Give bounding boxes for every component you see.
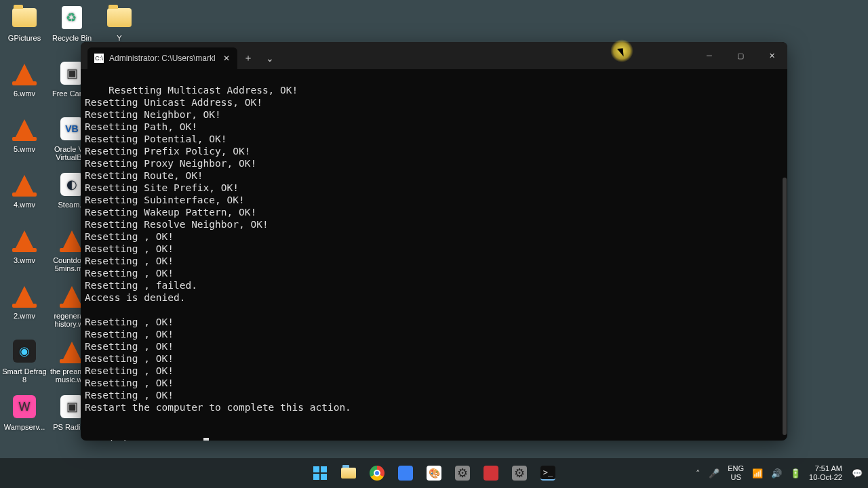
- desktop-icon-label: 3.wmv: [14, 256, 35, 264]
- language-indicator[interactable]: ENG US: [728, 464, 744, 482]
- desktop-icon-label: Recycle Bin: [52, 34, 92, 42]
- desktop-icon-gpictures[interactable]: GPictures: [1, 4, 47, 42]
- new-tab-button[interactable]: ＋: [237, 47, 259, 69]
- desktop-icon-label: 4.wmv: [14, 201, 35, 209]
- recycle-bin-icon: [62, 6, 82, 29]
- window-controls: ─ ▢ ✕: [694, 42, 787, 69]
- terminal-window: C:\ Administrator: C:\Users\markl ✕ ＋ ⌄ …: [81, 42, 787, 441]
- vlc-icon: [62, 342, 81, 361]
- taskbar-paint[interactable]: [422, 461, 446, 485]
- desktop-icon-3-wmv[interactable]: 3.wmv: [1, 226, 47, 264]
- desktop-icon-label: 2.wmv: [14, 312, 35, 320]
- app-icon: ▣: [60, 62, 83, 85]
- desktop-icon-6-wmv[interactable]: 6.wmv: [1, 60, 47, 98]
- desktop-icon-wampserv-[interactable]: WWampserv...: [1, 393, 47, 431]
- desktop-icon-4-wmv[interactable]: 4.wmv: [1, 171, 47, 209]
- clock[interactable]: 7:51 AM 10-Oct-22: [809, 464, 844, 482]
- tab-title: Administrator: C:\Users\markl: [109, 54, 216, 63]
- taskbar-chrome[interactable]: [365, 461, 389, 485]
- taskbar-app-blue[interactable]: [393, 461, 418, 485]
- close-button[interactable]: ✕: [756, 42, 787, 69]
- vlc-icon: [15, 175, 34, 194]
- tab-dropdown-button[interactable]: ⌄: [259, 47, 281, 69]
- vlc-icon: [15, 286, 34, 305]
- wamp-icon: W: [13, 395, 36, 418]
- desktop-icon-smart-defrag-8[interactable]: ◉Smart Defrag 8: [1, 338, 47, 384]
- vlc-icon: [62, 230, 81, 249]
- taskbar-center: ⚙ ⚙ >_: [308, 461, 560, 485]
- desktop-icon-label: 6.wmv: [14, 89, 35, 98]
- maximize-button[interactable]: ▢: [725, 42, 756, 69]
- cmd-icon: C:\: [94, 54, 104, 63]
- taskbar-settings[interactable]: ⚙: [450, 461, 475, 485]
- microphone-icon[interactable]: 🎤: [709, 468, 719, 479]
- app-icon: ◉: [13, 340, 36, 363]
- taskbar-app-red[interactable]: [479, 461, 503, 485]
- volume-icon[interactable]: 🔊: [771, 468, 782, 479]
- battery-icon[interactable]: 🔋: [790, 468, 801, 479]
- desktop-icon-label: GPictures: [8, 34, 41, 42]
- virtualbox-icon: VB: [60, 117, 83, 140]
- desktop-icon-recycle-bin[interactable]: Recycle Bin: [49, 4, 95, 42]
- system-tray: ˄ 🎤 ENG US 📶 🔊 🔋 7:51 AM 10-Oct-22 💬: [696, 464, 863, 482]
- wifi-icon[interactable]: 📶: [752, 468, 763, 479]
- folder-icon: [12, 8, 37, 27]
- taskbar: ⚙ ⚙ >_ ˄ 🎤 ENG US 📶 🔊 🔋 7:51 AM 10-Oct-2…: [0, 458, 868, 488]
- start-button[interactable]: [308, 461, 332, 485]
- desktop-icon-5-wmv[interactable]: 5.wmv: [1, 115, 47, 153]
- desktop-icon-y[interactable]: Y: [96, 4, 142, 42]
- desktop-icon-2-wmv[interactable]: 2.wmv: [1, 282, 47, 320]
- taskbar-terminal[interactable]: >_: [536, 461, 560, 485]
- notifications-button[interactable]: 💬: [852, 468, 863, 479]
- scrollbar-thumb[interactable]: [783, 178, 787, 435]
- desktop-icon-label: 5.wmv: [14, 145, 35, 153]
- vlc-icon: [62, 286, 81, 305]
- vlc-icon: [15, 230, 34, 249]
- vlc-icon: [15, 64, 34, 83]
- minimize-button[interactable]: ─: [694, 42, 725, 69]
- taskbar-file-explorer[interactable]: [336, 461, 361, 485]
- desktop-icon-label: Smart Defrag 8: [1, 367, 47, 384]
- taskbar-app-gear2[interactable]: ⚙: [507, 461, 532, 485]
- tab-active[interactable]: C:\ Administrator: C:\Users\markl ✕: [87, 47, 237, 69]
- desktop-icon-label: Wampserv...: [4, 423, 45, 431]
- tab-close-button[interactable]: ✕: [221, 53, 232, 64]
- terminal-output[interactable]: Resetting Multicast Address, OK! Resetti…: [81, 69, 787, 441]
- folder-icon: [107, 8, 132, 27]
- prompt: C:\Windows\System32>: [85, 439, 203, 441]
- vlc-icon: [15, 119, 34, 138]
- window-titlebar[interactable]: C:\ Administrator: C:\Users\markl ✕ ＋ ⌄ …: [81, 42, 787, 69]
- text-cursor: [203, 438, 209, 441]
- desktop-icon-label: Y: [117, 34, 121, 42]
- tray-overflow-button[interactable]: ˄: [696, 468, 701, 479]
- steam-icon: ◐: [60, 173, 83, 196]
- app-icon: ▣: [60, 395, 83, 418]
